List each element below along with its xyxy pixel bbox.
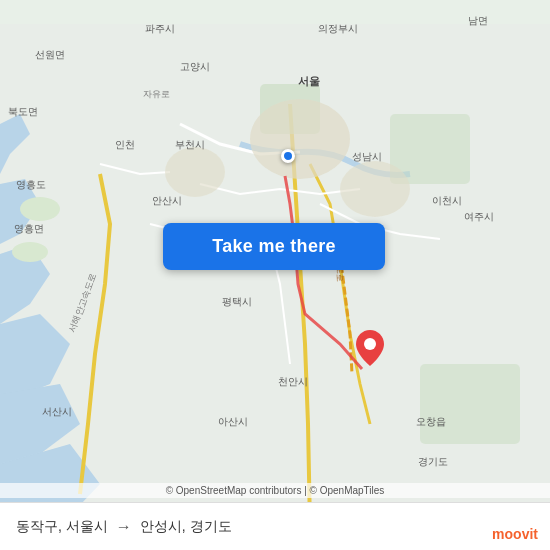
- svg-point-1: [20, 197, 60, 221]
- origin-marker: [281, 149, 295, 163]
- arrow-icon: →: [116, 518, 132, 536]
- origin-label: 동작구, 서울시: [16, 518, 108, 536]
- moovit-logo-text: moovit: [492, 526, 538, 542]
- moovit-logo: moovit: [492, 526, 538, 542]
- svg-point-9: [364, 338, 376, 350]
- map-container: 파주시 의정부시 남면 선원면 고양시 서울 자유로 북도면 인천 부천시 성남…: [0, 0, 550, 550]
- destination-label: 안성시, 경기도: [140, 518, 232, 536]
- svg-rect-5: [420, 364, 520, 444]
- bottom-navigation-bar: 동작구, 서울시 → 안성시, 경기도 moovit: [0, 502, 550, 550]
- take-me-there-button[interactable]: Take me there: [163, 223, 385, 270]
- map-background: [0, 0, 550, 550]
- destination-marker: [356, 330, 384, 366]
- svg-point-7: [165, 147, 225, 197]
- svg-point-8: [340, 161, 410, 217]
- svg-point-2: [12, 242, 48, 262]
- map-attribution: © OpenStreetMap contributors | © OpenMap…: [0, 483, 550, 498]
- svg-point-6: [250, 99, 350, 179]
